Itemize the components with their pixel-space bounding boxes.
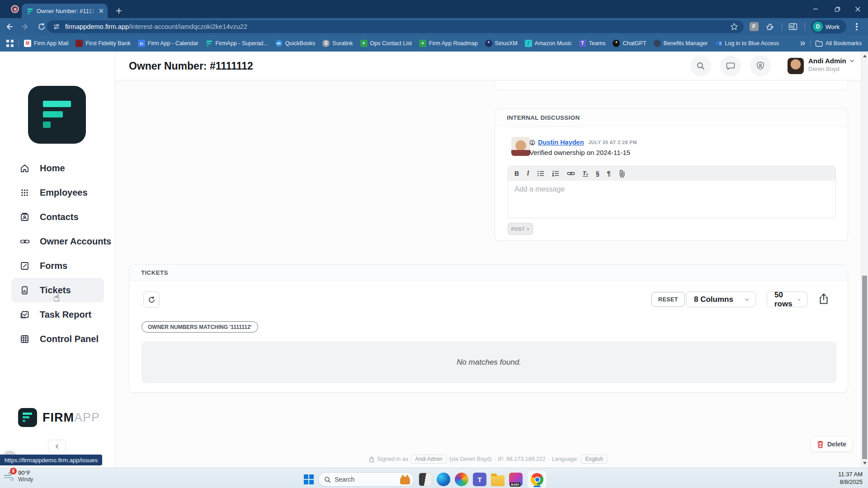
browser-tab[interactable]: Owner Number: #1111112 - Fir: [22, 4, 108, 18]
search-button[interactable]: [690, 56, 711, 76]
extension-f-icon[interactable]: F: [750, 22, 759, 31]
employees-icon: [20, 188, 29, 197]
bookmark-label: Firm App Mail: [34, 40, 68, 47]
bold-icon[interactable]: B: [514, 170, 519, 177]
bookmark-star-icon[interactable]: [730, 23, 738, 31]
tab-title: Owner Number: #1111112 - Fir: [37, 8, 96, 14]
sidebar-item-forms[interactable]: Forms: [0, 253, 115, 278]
clear-format-icon[interactable]: Tx: [583, 170, 588, 177]
person-circle-icon: [529, 140, 535, 145]
bookmark-chatgpt[interactable]: *ChatGPT: [613, 40, 646, 47]
language-value[interactable]: English: [581, 455, 607, 464]
bookmark-first-fidelity-bank[interactable]: First Fidelity Bank: [75, 40, 130, 47]
columns-select[interactable]: 8 Columns: [686, 291, 756, 307]
pilcrow-icon[interactable]: ¶: [607, 170, 611, 177]
export-button[interactable]: [818, 293, 830, 305]
bookmark-quickbooks[interactable]: qbQuickBooks: [275, 40, 316, 47]
extensions-puzzle-icon[interactable]: [766, 23, 774, 31]
bookmarks-overflow-icon[interactable]: [799, 40, 806, 47]
account-shield-button[interactable]: [750, 56, 771, 76]
message-input[interactable]: Add a message: [508, 181, 835, 218]
mouse-cursor-icon: ☝: [53, 291, 60, 304]
scroll-up-icon[interactable]: [863, 55, 867, 57]
filter-chip[interactable]: OWNER NUMBERS MATCHING '1111112': [142, 321, 258, 333]
bookmark-siriusxm[interactable]: *SiriusXM: [485, 40, 518, 47]
bookmark-label: Suralink: [332, 40, 353, 47]
export-icon: [818, 293, 830, 305]
user-avatar[interactable]: [788, 58, 804, 74]
sidebar-item-employees[interactable]: Employees: [0, 180, 115, 205]
start-button-icon[interactable]: [304, 474, 314, 484]
search-placeholder: Search: [335, 476, 396, 483]
back-button[interactable]: [2, 19, 16, 34]
bookmark-firm-app-roadmap[interactable]: +Firm App Roadmap: [419, 40, 478, 47]
tickets-title: TICKETS: [129, 265, 848, 281]
taskbar-app-file-explorer-icon[interactable]: [491, 475, 505, 486]
bookmark-firmapp-superadmin[interactable]: FirmApp - Superad...: [206, 40, 268, 47]
taskbar-app-teams-icon[interactable]: T: [473, 473, 486, 486]
sidebar-item-home[interactable]: Home: [0, 156, 115, 180]
link-icon[interactable]: [567, 170, 575, 177]
user-menu[interactable]: Andi Admin Deren Boyd: [808, 57, 855, 72]
taskbar-app-m365-icon[interactable]: M365: [509, 473, 523, 486]
all-bookmarks-button[interactable]: All Bookmarks: [815, 40, 862, 47]
taskbar-weather-widget[interactable]: 6 90°F Windy: [4, 469, 33, 483]
scroll-down-icon[interactable]: [863, 462, 867, 465]
brand-firm: FIRM: [42, 411, 74, 424]
apps-grid-icon[interactable]: [6, 40, 14, 47]
editor-toolbar: B I Tx § ¶: [508, 166, 835, 181]
refresh-button[interactable]: [143, 291, 160, 308]
tab-close-icon[interactable]: [99, 8, 104, 14]
tickets-card: TICKETS RESET 8 Columns 50 rows OWNER NU…: [129, 264, 848, 393]
browser-menu-icon[interactable]: [856, 23, 858, 30]
bookmark-label: FirmApp - Superad...: [216, 40, 268, 47]
site-controls-icon[interactable]: [52, 23, 61, 31]
bookmark-benefits-manager[interactable]: Benefits Manager: [654, 40, 708, 47]
bookmark-suralink[interactable]: SSuralink: [322, 40, 353, 47]
delete-button[interactable]: Delete: [811, 436, 853, 452]
bookmark-firm-app-mail[interactable]: MFirm App Mail: [24, 40, 68, 47]
sidebar-item-task-report[interactable]: Task Report: [0, 302, 115, 327]
bookmark-amazon-music[interactable]: ♪Amazon Music: [525, 40, 572, 47]
sidebar-item-owner-accounts[interactable]: Owner Accounts: [0, 229, 115, 253]
sidebar-collapse-button[interactable]: [48, 440, 66, 453]
delete-label: Delete: [827, 441, 846, 448]
taskbar-app-chrome-active[interactable]: [527, 470, 547, 488]
bookmark-ops-contact-list[interactable]: +Ops Contact List: [360, 40, 412, 47]
ordered-list-icon[interactable]: [552, 170, 559, 177]
bookmark-firm-app-calendar[interactable]: 31Firm App - Calendar: [138, 40, 198, 47]
window-minimize-button[interactable]: [805, 0, 826, 18]
section-icon[interactable]: §: [596, 170, 599, 177]
page-scrollbar[interactable]: [861, 52, 868, 468]
italic-icon[interactable]: I: [527, 170, 529, 177]
bookmark-teams[interactable]: TTeams: [579, 40, 606, 47]
post-button[interactable]: POST >: [508, 223, 533, 235]
sidebar-item-contacts[interactable]: Contacts: [0, 205, 115, 229]
taskbar-app-copilot-icon[interactable]: [455, 473, 468, 486]
forward-button[interactable]: [18, 19, 33, 34]
chevron-down-icon: [797, 296, 802, 303]
sidebar-item-control-panel[interactable]: Control Panel: [0, 327, 115, 351]
taskbar-app-edge-icon[interactable]: [437, 473, 450, 486]
window-restore-button[interactable]: [827, 0, 848, 18]
taskbar-search[interactable]: Search: [318, 472, 414, 487]
reset-button[interactable]: RESET: [651, 292, 685, 307]
signed-in-user[interactable]: Andi Admin: [411, 455, 447, 464]
url-bar[interactable]: firmappdemo.firm.app/interest-account/ia…: [47, 20, 744, 33]
window-close-button[interactable]: [847, 0, 868, 18]
taskbar-app-notes-icon[interactable]: [419, 473, 432, 486]
messages-button[interactable]: [720, 56, 741, 76]
side-panel-search-icon[interactable]: [788, 23, 797, 31]
attachment-icon[interactable]: [618, 170, 626, 178]
bookmark-blue-access[interactable]: Log in to Blue Access: [715, 40, 779, 47]
firmapp-logo[interactable]: [28, 86, 86, 144]
home-icon: [20, 164, 29, 173]
browser-profile-button[interactable]: D Work: [811, 20, 846, 33]
rows-select[interactable]: 50 rows: [767, 291, 807, 307]
bullet-list-icon[interactable]: [537, 170, 544, 177]
new-tab-button[interactable]: [113, 5, 125, 17]
comment-author-link[interactable]: Dustin Hayden: [538, 139, 584, 146]
scrollbar-thumb[interactable]: [862, 276, 867, 459]
taskbar-clock[interactable]: 11:37 AM 8/8/2025: [838, 470, 863, 486]
blue-access-icon: [715, 40, 722, 47]
